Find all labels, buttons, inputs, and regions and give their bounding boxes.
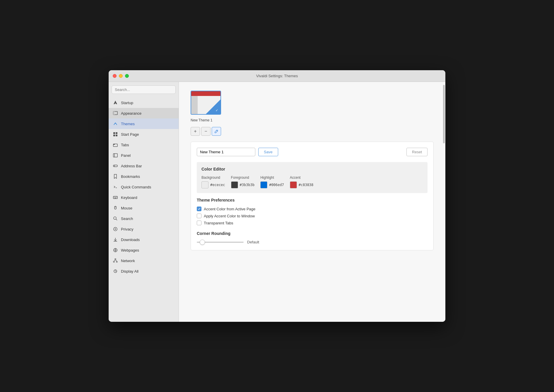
svg-point-30 [116, 261, 117, 262]
svg-rect-8 [113, 144, 115, 145]
svg-point-2 [115, 123, 116, 124]
svg-point-29 [113, 261, 114, 262]
remove-theme-button[interactable]: − [201, 127, 211, 136]
svg-rect-18 [114, 198, 116, 198]
sidebar-item-network[interactable]: Network [109, 255, 179, 266]
sidebar-item-display-all[interactable]: Display All [109, 266, 179, 276]
svg-rect-16 [115, 197, 116, 197]
privacy-icon [113, 226, 118, 232]
edit-icon [214, 129, 218, 133]
sidebar-item-panel[interactable]: Panel [109, 150, 179, 161]
sidebar-item-search[interactable]: Search [109, 213, 179, 224]
sidebar-item-start-page[interactable]: Start Page [109, 129, 179, 140]
settings-window: Vivaldi Settings: Themes Startup Appeara… [109, 70, 445, 322]
color-hex-foreground: #3b3b3b [240, 183, 255, 187]
downloads-icon [113, 237, 118, 242]
themes-icon [113, 121, 118, 126]
sidebar-item-bookmarks[interactable]: Bookmarks [109, 171, 179, 182]
color-grid: Background #ececec Foreground #3b3b3 [201, 176, 423, 188]
corner-rounding-slider[interactable] [197, 242, 244, 243]
addressbar-icon [113, 163, 118, 169]
svg-rect-5 [113, 135, 115, 136]
color-swatch-foreground[interactable] [231, 181, 238, 188]
color-swatch-row-accent: #c83838 [290, 181, 314, 188]
theme-controls: + − [191, 127, 434, 136]
svg-rect-17 [116, 197, 117, 197]
sidebar-item-keyboard[interactable]: Keyboard [109, 192, 179, 203]
sidebar-item-tabs[interactable]: Tabs [109, 140, 179, 150]
sidebar-label-keyboard: Keyboard [121, 195, 137, 200]
color-swatch-background[interactable] [201, 181, 208, 188]
mouse-icon [113, 205, 118, 211]
svg-point-12 [114, 166, 115, 166]
network-icon [113, 258, 118, 263]
sidebar-item-mouse[interactable]: Mouse [109, 203, 179, 213]
sidebar-item-appearance[interactable]: Appearance [109, 108, 179, 118]
reset-button[interactable]: Reset [406, 148, 428, 156]
sidebar-label-start-page: Start Page [121, 132, 139, 137]
maximize-button[interactable] [125, 74, 129, 78]
sidebar-item-downloads[interactable]: Downloads [109, 234, 179, 245]
startpage-icon [113, 132, 118, 137]
color-hex-accent: #c83838 [299, 183, 314, 187]
checkbox-accent-from-page[interactable] [197, 207, 201, 211]
panel-icon [113, 153, 118, 158]
color-label-background: Background [201, 176, 225, 180]
sidebar-item-themes[interactable]: Themes [109, 118, 179, 129]
corner-rounding-title: Corner Rounding [197, 231, 428, 236]
svg-point-21 [114, 217, 116, 219]
svg-point-28 [115, 259, 116, 260]
save-button[interactable]: Save [258, 148, 278, 156]
sidebar-label-tabs: Tabs [121, 143, 129, 147]
close-button[interactable] [113, 74, 117, 78]
svg-rect-9 [113, 154, 117, 157]
titlebar: Vivaldi Settings: Themes [109, 70, 445, 82]
sidebar-label-themes: Themes [121, 122, 135, 126]
search-nav-icon [113, 216, 118, 221]
color-swatch-highlight[interactable] [260, 181, 267, 188]
edit-theme-button[interactable] [212, 127, 221, 136]
theme-card[interactable]: ✓ [191, 91, 221, 115]
svg-line-22 [116, 219, 117, 220]
theme-preview-body: ✓ [191, 96, 220, 114]
search-input[interactable] [112, 85, 176, 94]
sidebar-label-network: Network [121, 259, 135, 263]
sidebar-item-address-bar[interactable]: Address Bar [109, 161, 179, 171]
color-item-background: Background #ececec [201, 176, 225, 188]
v-icon [113, 100, 118, 105]
color-swatch-accent[interactable] [290, 181, 297, 188]
svg-rect-15 [114, 197, 114, 197]
scrollbar-track[interactable] [442, 82, 445, 322]
sidebar-item-webpages[interactable]: Webpages [109, 245, 179, 255]
theme-name-input[interactable] [197, 148, 255, 156]
sidebar-label-privacy: Privacy [121, 227, 134, 231]
checkbox-transparent-tabs[interactable] [197, 221, 201, 225]
minimize-button[interactable] [119, 74, 123, 78]
window-body: Startup Appearance Themes [109, 82, 445, 322]
checkbox-apply-accent-window[interactable] [197, 214, 201, 218]
main-content: ✓ New Theme 1 + − Save [179, 82, 445, 322]
sidebar-label-display-all: Display All [121, 269, 138, 274]
color-item-accent: Accent #c83838 [290, 176, 314, 188]
sidebar-item-startup[interactable]: Startup [109, 97, 179, 108]
checkbox-label-accent-from-page: Accent Color from Active Page [204, 207, 255, 211]
add-theme-button[interactable]: + [191, 127, 200, 136]
sidebar-item-quick-commands[interactable]: Quick Commands [109, 182, 179, 192]
svg-rect-3 [113, 132, 115, 134]
sidebar-item-privacy[interactable]: Privacy [109, 224, 179, 234]
search-box[interactable] [112, 85, 176, 94]
checkbox-label-transparent-tabs: Transparent Tabs [204, 221, 233, 225]
scrollbar-thumb[interactable] [443, 85, 445, 143]
prefs-title: Theme Preferences [197, 198, 428, 202]
display-all-icon [113, 269, 118, 274]
slider-thumb [200, 240, 205, 245]
editor-header-row: Save Reset [197, 148, 428, 156]
tabs-icon [113, 142, 118, 147]
sidebar-label-appearance: Appearance [121, 111, 141, 116]
sidebar-label-address-bar: Address Bar [121, 164, 142, 168]
svg-rect-4 [116, 132, 117, 134]
color-label-foreground: Foreground [231, 176, 255, 180]
sidebar-label-startup: Startup [121, 101, 133, 105]
sidebar: Startup Appearance Themes [109, 82, 179, 322]
svg-point-24 [115, 228, 116, 230]
